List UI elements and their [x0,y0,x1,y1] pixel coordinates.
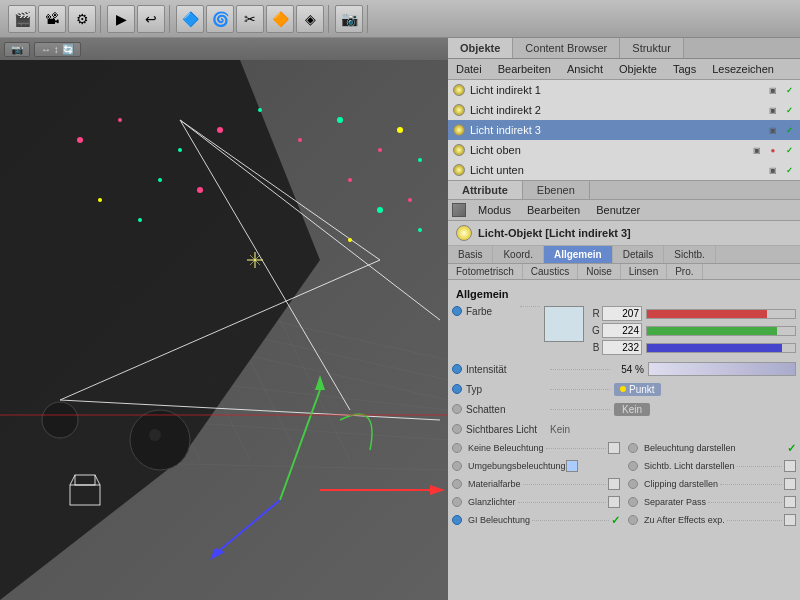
obj-item-1[interactable]: Licht indirekt 2 ▣ ✓ [448,100,800,120]
visible-light-dot[interactable] [452,424,462,434]
glanzlichter-check[interactable] [608,496,620,508]
object-header: Licht-Objekt [Licht indirekt 3] [448,221,800,246]
keine-beleuchtung-dot[interactable] [452,443,462,453]
inner-tab2-noise[interactable]: Noise [578,264,621,279]
obj-item-2[interactable]: Licht indirekt 3 ▣ ✓ [448,120,800,140]
svg-point-27 [298,138,302,142]
materialfarbe-check[interactable] [608,478,620,490]
tab-ebenen[interactable]: Ebenen [523,181,590,199]
obj-icons-1: ▣ ✓ [766,103,796,117]
sub-menu-benutzer[interactable]: Benutzer [588,202,648,218]
tool-btn-circle[interactable]: 🌀 [206,5,234,33]
inner-tab2-proj[interactable]: Pro. [667,264,702,279]
menu-tags[interactable]: Tags [665,61,704,77]
shadow-dot[interactable] [452,404,462,414]
tool-btn-cut[interactable]: ✂ [236,5,264,33]
tool-btn-gear[interactable]: ⚙ [68,5,96,33]
svg-line-18 [280,390,320,500]
tool-btn-film[interactable]: 🎬 [8,5,36,33]
inner-tab2-caustics[interactable]: Caustics [523,264,578,279]
prop-materialfarbe: Materialfarbe [448,475,624,493]
svg-point-47 [149,429,161,441]
inner-tab2-foto[interactable]: Fotometrisch [448,264,523,279]
tab-objekte[interactable]: Objekte [448,38,513,58]
inner-tab-koord[interactable]: Koord. [493,246,543,263]
color-swatch[interactable] [544,306,584,342]
sub-menu-toggle[interactable] [452,203,466,217]
channel-g: G [590,323,796,338]
channel-r-input[interactable] [602,306,642,321]
menu-lesezeichen[interactable]: Lesezeichen [704,61,782,77]
intensity-dot[interactable] [452,364,462,374]
obj-check-3: ✓ [782,143,796,157]
umgebungsbeleuchtung-dot[interactable] [452,461,462,471]
menu-ansicht[interactable]: Ansicht [559,61,611,77]
shadow-value[interactable]: Kein [614,403,650,416]
gi-beleuchtung-dot[interactable] [452,515,462,525]
svg-point-26 [258,108,262,112]
sub-menu-bearbeiten[interactable]: Bearbeiten [519,202,588,218]
svg-point-25 [217,127,223,133]
channel-g-input[interactable] [602,323,642,338]
obj-icons-2: ▣ ✓ [766,123,796,137]
viewport-canvas[interactable] [0,60,448,600]
sichtb-licht-check[interactable] [784,460,796,472]
inner-tab-basis[interactable]: Basis [448,246,493,263]
materialfarbe-dot[interactable] [452,479,462,489]
obj-item-0[interactable]: Licht indirekt 1 ▣ ✓ [448,80,800,100]
after-effects-dot[interactable] [628,515,638,525]
tab-attribute[interactable]: Attribute [448,181,523,199]
inner-tab2-linsen[interactable]: Linsen [621,264,667,279]
separater-pass-label: Separater Pass [644,497,706,507]
bottom-properties: Keine Beleuchtung Beleuchtung darstellen… [448,439,800,529]
farbe-dot[interactable] [452,306,462,316]
svg-point-31 [418,158,422,162]
beleuchtung-darstellen-dot[interactable] [628,443,638,453]
prop-keine-beleuchtung: Keine Beleuchtung [448,439,624,457]
svg-line-20 [220,500,280,550]
glanzlichter-label: Glanzlichter [468,497,516,507]
intensity-bar[interactable] [648,362,796,376]
obj-name-4: Licht unten [470,164,766,176]
type-value: Punkt [629,384,655,395]
inner-tab-sichtb[interactable]: Sichtb. [664,246,716,263]
visible-light-value: Kein [550,424,570,435]
tool-btn-cube[interactable]: 🔷 [176,5,204,33]
prop-umgebungsbeleuchtung: Umgebungsbeleuchtung [448,457,624,475]
tool-btn-diamond[interactable]: 🔶 [266,5,294,33]
tool-btn-play[interactable]: ▶ [107,5,135,33]
vp-camera-btn[interactable]: 📷 [4,42,30,57]
vp-nav-btn[interactable]: ↔ ↕ 🔄 [34,42,81,57]
separater-pass-check[interactable] [784,496,796,508]
tab-struktur[interactable]: Struktur [620,38,684,58]
svg-point-34 [98,198,102,202]
channel-b-input[interactable] [602,340,642,355]
obj-icons-4: ▣ ✓ [766,163,796,177]
tool-btn-camera[interactable]: 📷 [335,5,363,33]
svg-point-30 [397,127,403,133]
clipping-darstellen-check[interactable] [784,478,796,490]
menu-objekte[interactable]: Objekte [611,61,665,77]
menu-datei[interactable]: Datei [448,61,490,77]
channel-g-bar [646,326,796,336]
menu-bearbeiten[interactable]: Bearbeiten [490,61,559,77]
after-effects-check[interactable] [784,514,796,526]
type-dot[interactable] [452,384,462,394]
inner-tab-allgemein[interactable]: Allgemein [544,246,613,263]
clipping-darstellen-dot[interactable] [628,479,638,489]
tab-content-browser[interactable]: Content Browser [513,38,620,58]
sub-menu-modus[interactable]: Modus [470,202,519,218]
tool-btn-undo[interactable]: ↩ [137,5,165,33]
umgebungsbeleuchtung-check[interactable] [566,460,578,472]
sichtb-licht-dot[interactable] [628,461,638,471]
separater-pass-dot[interactable] [628,497,638,507]
type-badge[interactable]: Punkt [614,383,661,396]
inner-tab-details[interactable]: Details [613,246,665,263]
glanzlichter-dot[interactable] [452,497,462,507]
obj-item-3[interactable]: Licht oben ▣ ● ✓ [448,140,800,160]
prop-glanzlichter: Glanzlichter [448,493,624,511]
keine-beleuchtung-check[interactable] [608,442,620,454]
tool-btn-movie[interactable]: 📽 [38,5,66,33]
tool-btn-star[interactable]: ◈ [296,5,324,33]
obj-item-4[interactable]: Licht unten ▣ ✓ [448,160,800,180]
